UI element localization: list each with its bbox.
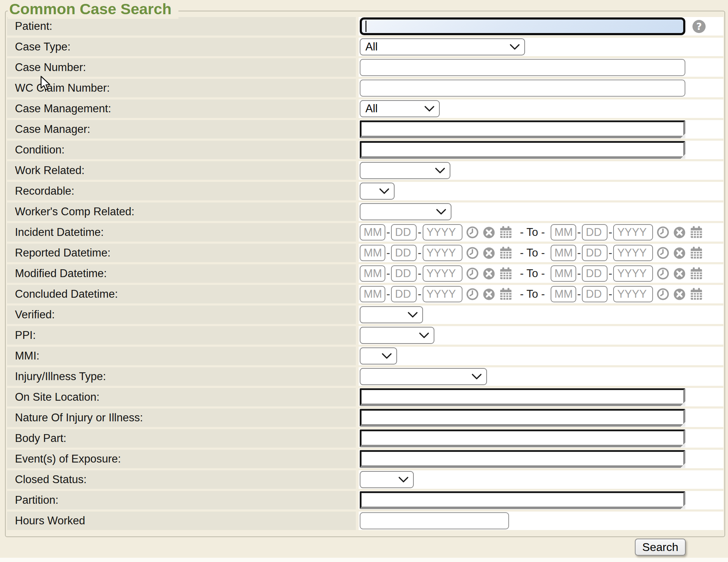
- field-label-wc-claim-number: WC Claim Number:: [7, 79, 356, 97]
- clear-icon[interactable]: [673, 288, 686, 301]
- mmi-select[interactable]: [360, 347, 397, 364]
- clock-icon[interactable]: [466, 267, 479, 280]
- case-type-select[interactable]: All: [360, 38, 525, 55]
- worker-s-comp-related-select[interactable]: [360, 203, 451, 220]
- help-icon[interactable]: ?: [692, 20, 706, 33]
- from-year-input[interactable]: [423, 245, 462, 261]
- from-year-input[interactable]: [423, 286, 462, 302]
- to-year-input[interactable]: [613, 224, 653, 241]
- field-value-cell: --- To ---: [359, 223, 723, 242]
- inset-text-field[interactable]: [362, 493, 683, 507]
- from-day-input[interactable]: [391, 265, 417, 282]
- to-year-input[interactable]: [613, 245, 653, 261]
- from-month-input[interactable]: [360, 245, 385, 261]
- field-label-case-number: Case Number:: [7, 58, 356, 77]
- case-number-input[interactable]: [360, 59, 685, 76]
- date-separator: -: [386, 288, 390, 301]
- calendar-icon[interactable]: [689, 246, 703, 260]
- verified-select[interactable]: [360, 306, 423, 323]
- to-month-input[interactable]: [551, 245, 576, 261]
- closed-status-select[interactable]: [360, 471, 414, 488]
- work-related-select[interactable]: [360, 162, 450, 179]
- calendar-icon[interactable]: [499, 225, 513, 239]
- field-value-cell: --- To ---: [359, 264, 723, 283]
- resize-grip[interactable]: [680, 401, 685, 406]
- resize-grip[interactable]: [680, 442, 685, 447]
- form-row-partition: Partition:: [7, 491, 723, 509]
- calendar-icon[interactable]: [689, 287, 703, 301]
- inset-text-field[interactable]: [362, 143, 683, 156]
- to-year-input[interactable]: [613, 265, 653, 282]
- inset-text-field[interactable]: [362, 390, 683, 404]
- to-month-input[interactable]: [551, 224, 576, 241]
- chevron-down-icon: [398, 476, 409, 483]
- page-title: Common Case Search: [8, 0, 178, 19]
- clear-icon[interactable]: [482, 247, 496, 260]
- inset-text-field[interactable]: [362, 122, 683, 136]
- clock-icon[interactable]: [466, 246, 479, 260]
- field-value-cell: [359, 470, 723, 489]
- clear-icon[interactable]: [482, 288, 496, 301]
- field-value-cell: --- To ---: [359, 244, 723, 262]
- clock-icon[interactable]: [466, 226, 479, 239]
- inset-text-field[interactable]: [362, 452, 683, 465]
- to-month-input[interactable]: [551, 265, 576, 282]
- wc-claim-number-input[interactable]: [360, 80, 685, 97]
- from-month-input[interactable]: [360, 286, 385, 302]
- event-s-of-exposure-input[interactable]: [360, 450, 685, 468]
- on-site-location-input[interactable]: [360, 388, 685, 406]
- injury-illness-type-select[interactable]: [360, 368, 487, 385]
- date-separator: -: [418, 267, 421, 280]
- inset-text-field[interactable]: [362, 411, 683, 424]
- from-day-input[interactable]: [391, 245, 417, 261]
- clock-icon[interactable]: [656, 287, 670, 301]
- to-day-input[interactable]: [582, 265, 607, 282]
- clear-icon[interactable]: [673, 226, 686, 239]
- resize-grip[interactable]: [680, 463, 685, 468]
- clear-icon[interactable]: [482, 226, 496, 239]
- field-value-cell: All: [359, 99, 723, 118]
- search-button[interactable]: Search: [635, 539, 686, 556]
- to-year-input[interactable]: [613, 286, 653, 302]
- to-day-input[interactable]: [582, 286, 607, 302]
- from-month-input[interactable]: [360, 224, 385, 241]
- field-label-nature-of-injury-or-illness: Nature Of Injury or Illness:: [7, 409, 356, 427]
- resize-grip[interactable]: [680, 504, 685, 509]
- reported-datetime-range: --- To ---: [360, 245, 703, 261]
- calendar-icon[interactable]: [689, 225, 703, 239]
- calendar-icon[interactable]: [499, 266, 513, 281]
- calendar-icon[interactable]: [499, 287, 513, 301]
- recordable-select[interactable]: [360, 183, 395, 200]
- case-manager-input[interactable]: [360, 120, 685, 138]
- clear-icon[interactable]: [482, 267, 496, 280]
- clear-icon[interactable]: [673, 267, 686, 280]
- resize-grip[interactable]: [680, 421, 685, 427]
- calendar-icon[interactable]: [499, 246, 513, 260]
- partition-input[interactable]: [360, 491, 685, 509]
- patient-input-focused[interactable]: [360, 17, 685, 35]
- calendar-icon[interactable]: [689, 266, 703, 281]
- from-day-input[interactable]: [391, 286, 417, 302]
- resize-grip[interactable]: [680, 133, 685, 138]
- inset-text-field[interactable]: [362, 431, 683, 445]
- to-day-input[interactable]: [582, 245, 607, 261]
- clock-icon[interactable]: [656, 226, 670, 239]
- hours-worked-input[interactable]: [360, 512, 509, 529]
- resize-grip[interactable]: [680, 153, 685, 159]
- body-part-input[interactable]: [360, 429, 685, 447]
- from-month-input[interactable]: [360, 265, 385, 282]
- ppi-select[interactable]: [360, 327, 434, 344]
- to-month-input[interactable]: [551, 286, 576, 302]
- clock-icon[interactable]: [656, 246, 670, 260]
- from-day-input[interactable]: [391, 224, 417, 241]
- from-year-input[interactable]: [423, 224, 462, 241]
- form-row-case-type: Case Type:All: [7, 38, 723, 56]
- to-day-input[interactable]: [582, 224, 607, 241]
- clock-icon[interactable]: [656, 267, 670, 280]
- clock-icon[interactable]: [466, 287, 479, 301]
- from-year-input[interactable]: [423, 265, 462, 282]
- condition-input[interactable]: [360, 141, 685, 159]
- case-management-select[interactable]: All: [360, 100, 440, 117]
- clear-icon[interactable]: [673, 247, 686, 260]
- nature-of-injury-or-illness-input[interactable]: [360, 409, 685, 427]
